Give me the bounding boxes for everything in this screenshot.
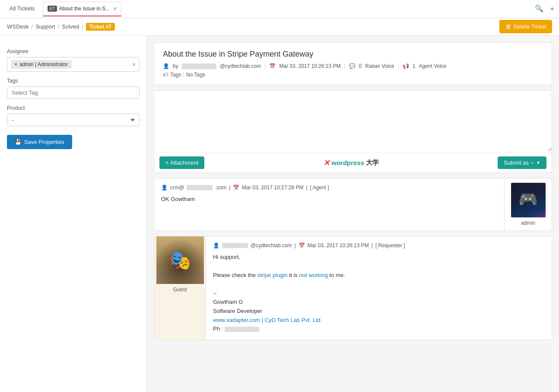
sender-email-blur <box>182 64 216 69</box>
sig-name: Gowtham G <box>213 298 545 307</box>
sidebar: Assignee × admin | Administrator × Tags … <box>0 35 147 392</box>
submit-as-caret: ▼ <box>536 160 540 165</box>
tags-value: No Tags <box>186 72 205 78</box>
submit-as-button[interactable]: Submit as ~ ▼ <box>498 156 546 169</box>
reply-textarea[interactable] <box>154 91 552 151</box>
agent-label: Agent Voice <box>419 63 446 69</box>
by-label: by <box>173 63 178 69</box>
save-properties-label: Save Properties <box>24 139 64 145</box>
save-icon: 💾 <box>15 139 22 145</box>
calendar-icon-3: 📅 <box>299 242 305 249</box>
sig-company-link: www.xadapter.com | CyD Tech Lab Pvt. Ltd… <box>213 317 322 323</box>
tab-bar: All Tickets #7 About the Issue in S... ×… <box>0 0 559 18</box>
ticket-date: Mar 03, 2017 10:26:13 PM <box>279 63 340 69</box>
agent-role: [ Agent ] <box>310 185 329 191</box>
tab-actions: 🔍 ＋ <box>535 4 556 13</box>
ticket-tab-label: About the Issue in S... <box>59 6 110 12</box>
ticket-tab-badge: #7 <box>48 6 57 12</box>
breadcrumb: WSDesk / Support / Solved / Ticket #7 <box>7 23 115 31</box>
requester-email-domain: @cydtechlab.com <box>251 242 292 249</box>
agent-email-prefix: crm@ <box>170 185 184 191</box>
requester-message-body: Hi support, Please check the stripe plug… <box>213 253 545 334</box>
meta-sep-2: | <box>344 63 345 69</box>
person-icon-3: 👤 <box>213 242 219 249</box>
agent-message-meta: 👤 crm@.com | 📅 Mar 03, 2017 10:27:28 PM … <box>161 185 497 191</box>
phone-blur <box>225 327 259 332</box>
add-ticket-icon[interactable]: ＋ <box>549 4 556 13</box>
breadcrumb-wsdesk[interactable]: WSDesk <box>7 23 29 30</box>
requester-role: [ Requester ] <box>375 242 405 249</box>
person-icon-2: 👤 <box>161 185 168 191</box>
sig-dash: -- <box>213 289 545 298</box>
assignee-value: admin | Administrator <box>19 61 68 67</box>
assignee-label: Assignee <box>7 48 140 54</box>
assignee-tag: × admin | Administrator <box>11 60 72 69</box>
agent-count: 1 <box>413 63 416 69</box>
meta-sep-r1: | <box>295 242 296 249</box>
breadcrumb-bar: WSDesk / Support / Solved / Ticket #7 🗑 … <box>0 18 559 35</box>
guest-avatar-img <box>156 236 204 284</box>
calendar-icon-2: 📅 <box>233 185 239 191</box>
product-select[interactable]: - <box>7 114 140 126</box>
save-properties-button[interactable]: 💾 Save Properties <box>7 135 72 149</box>
delete-ticket-button[interactable]: 🗑 Delete Ticket <box>499 20 552 33</box>
guest-avatar-label: Guest <box>173 284 187 295</box>
ticket-title: About the Issue in Stripe Payment Gatewa… <box>163 50 543 59</box>
message-line: Please check the stripe plugin it is not… <box>213 271 545 280</box>
delete-ticket-label: Delete Ticket <box>514 23 546 30</box>
attachment-label: + Attachment <box>165 159 198 166</box>
admin-avatar-img <box>511 183 546 217</box>
product-label: Product <box>7 105 140 111</box>
assignee-clear-icon[interactable]: × <box>132 61 136 68</box>
agent-message-body: OK Gowtham <box>161 195 497 204</box>
admin-avatar-visual <box>511 183 546 217</box>
meta-sep-r2: | <box>372 242 373 249</box>
requester-email-blur <box>222 243 248 248</box>
agent-email-blur <box>187 185 213 190</box>
ticket-header-card: About the Issue in Stripe Payment Gatewa… <box>154 42 552 85</box>
main-layout: Assignee × admin | Administrator × Tags … <box>0 35 559 392</box>
ticket-tab-close[interactable]: × <box>113 6 117 12</box>
search-icon[interactable]: 🔍 <box>535 4 543 13</box>
speaker-icon: 📢 <box>403 63 409 69</box>
agent-message-card: 👤 crm@.com | 📅 Mar 03, 2017 10:27:28 PM … <box>154 178 552 231</box>
tags-label: Tags <box>7 78 140 84</box>
breadcrumb-solved[interactable]: Solved <box>62 23 79 30</box>
not-working-text: not working <box>299 272 327 278</box>
wp-x-logo: ✕ <box>323 158 330 168</box>
tags-label-text: Tags : <box>170 72 184 78</box>
tag-icon: 🏷 <box>163 72 168 78</box>
agent-email-suffix: .com <box>215 185 226 191</box>
sig-phone: Ph : <box>213 325 545 334</box>
submit-as-label: Submit as ~ <box>504 159 534 166</box>
agent-message-main: 👤 crm@.com | 📅 Mar 03, 2017 10:27:28 PM … <box>154 178 504 230</box>
meta-sep-a1: | <box>229 185 230 191</box>
breadcrumb-sep-2: / <box>58 23 60 30</box>
wp-brand-text: wordpress <box>331 159 364 166</box>
assignee-field[interactable]: × admin | Administrator × <box>7 57 140 72</box>
assignee-x[interactable]: × <box>14 61 17 67</box>
tab-ticket-7[interactable]: #7 About the Issue in S... × <box>43 2 122 16</box>
breadcrumb-sep-1: / <box>32 23 33 30</box>
guest-avatar-col: Guest <box>154 236 206 340</box>
requester-date: Mar 03, 2017 10:26:13 PM <box>308 242 369 249</box>
wp-brand-university: 大学 <box>366 159 379 167</box>
trash-icon: 🗑 <box>505 23 511 30</box>
requester-message-meta: 👤 @cydtechlab.com | 📅 Mar 03, 2017 10:26… <box>213 242 545 249</box>
requester-message-main: 👤 @cydtechlab.com | 📅 Mar 03, 2017 10:26… <box>206 236 552 340</box>
meta-sep-1: | <box>264 63 266 69</box>
content-area: About the Issue in Stripe Payment Gatewa… <box>147 35 559 392</box>
agent-date: Mar 03, 2017 10:27:28 PM <box>242 185 303 191</box>
admin-avatar-label: admin <box>521 220 535 226</box>
breadcrumb-support[interactable]: Support <box>35 23 55 30</box>
ticket-tags-row: 🏷 Tags : No Tags <box>163 72 543 78</box>
email-domain: @cydtechlab.com <box>220 63 261 69</box>
ticket-badge: Ticket #7 <box>86 23 115 31</box>
meta-sep-a2: | <box>306 185 307 191</box>
breadcrumb-sep-3: / <box>82 23 83 30</box>
greeting-line: Hi support, <box>213 253 545 262</box>
tab-all-tickets[interactable]: All Tickets <box>3 0 41 18</box>
tags-input[interactable] <box>7 86 140 99</box>
attachment-button[interactable]: + Attachment <box>159 156 204 169</box>
raiser-label: Raiser Voice <box>365 63 394 69</box>
